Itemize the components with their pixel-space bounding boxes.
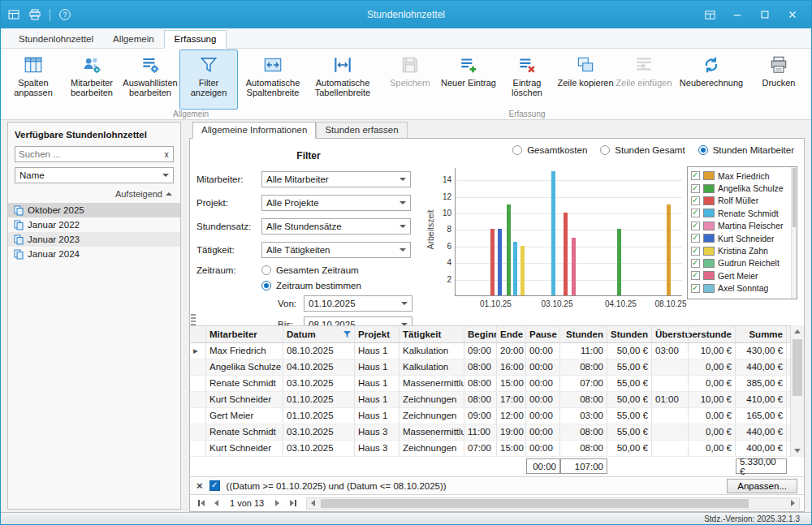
- table-row[interactable]: Kurt Schneider03.10.2025Haus 3Zeichnunge…: [190, 441, 804, 457]
- checkbox-checked-icon[interactable]: [691, 209, 700, 217]
- filter-field-dropdown[interactable]: Alle Tätigkeiten: [261, 242, 411, 258]
- filter-enabled-checkbox[interactable]: [209, 480, 220, 491]
- scroll-up-icon[interactable]: [791, 325, 804, 338]
- list-item[interactable]: Januar 2024: [8, 247, 180, 261]
- list-item[interactable]: Oktober 2025: [8, 203, 180, 217]
- column-header[interactable]: Pause: [526, 326, 560, 342]
- column-header[interactable]: Stunden: [560, 326, 607, 342]
- layout-icon[interactable]: [698, 4, 722, 25]
- column-filter-icon[interactable]: [343, 331, 351, 338]
- checkbox-checked-icon[interactable]: [691, 196, 700, 205]
- auto-spaltenbreite-button[interactable]: Automatische Spaltenbreite: [238, 49, 308, 110]
- table-row[interactable]: Renate Schmidt03.10.2025Haus 3Massenermi…: [190, 424, 804, 441]
- neuberechnung-button[interactable]: Neuberechnung: [676, 49, 746, 110]
- tab-allgemein[interactable]: Allgemein: [103, 31, 164, 48]
- table-row[interactable]: Renate Schmidt03.10.2025Haus 1Massenermi…: [190, 376, 804, 392]
- von-date-dropdown[interactable]: 01.10.2025: [304, 295, 412, 312]
- legend-item[interactable]: Angelika Schulze: [691, 182, 788, 194]
- clear-search-button[interactable]: x: [160, 149, 173, 159]
- checkbox-checked-icon[interactable]: [691, 184, 700, 193]
- list-item[interactable]: Januar 2022: [8, 217, 180, 232]
- neuer-eintrag-button[interactable]: Neuer Eintrag: [439, 49, 498, 110]
- filter-field-dropdown[interactable]: Alle Mitarbeiter: [261, 171, 411, 187]
- tab-stundenlohnzettel[interactable]: Stundenlohnzettel: [9, 31, 103, 48]
- checkbox-checked-icon[interactable]: [691, 271, 700, 280]
- table-row[interactable]: Gert Meier01.10.2025Haus 1Zeichnungen09:…: [190, 408, 804, 424]
- legend-item[interactable]: Kurt Schneider: [691, 232, 788, 244]
- filter-anzeigen-button[interactable]: Filter anzeigen: [179, 49, 238, 110]
- filter-field-dropdown[interactable]: Alle Projekte: [261, 195, 411, 211]
- last-page-button[interactable]: [286, 497, 300, 510]
- column-header[interactable]: Summe: [736, 326, 787, 342]
- table-vertical-scrollbar[interactable]: [790, 325, 804, 457]
- filter-field-dropdown[interactable]: Alle Stundensätze: [261, 218, 411, 235]
- first-page-button[interactable]: [194, 497, 208, 510]
- scroll-right-icon[interactable]: [787, 498, 799, 509]
- table-row[interactable]: ▸Max Friedrich08.10.2025Haus 1Kalkulatio…: [190, 343, 804, 359]
- legend-item[interactable]: Gert Meier: [691, 269, 788, 282]
- column-header[interactable]: Datum: [283, 326, 355, 342]
- legend-scrollbar[interactable]: [791, 167, 797, 299]
- radio-gesamter-zeitraum[interactable]: Gesamten Zeitraum: [261, 265, 361, 275]
- column-header[interactable]: Überstunde: [689, 326, 736, 342]
- column-header[interactable]: Tätigkeit: [400, 326, 464, 342]
- table-scrollbar-thumb[interactable]: [793, 339, 802, 396]
- legend-item[interactable]: Martina Fleischer: [691, 220, 788, 232]
- close-button[interactable]: [780, 4, 805, 25]
- checkbox-checked-icon[interactable]: [691, 234, 700, 243]
- radio-zeitraum-bestimmen[interactable]: Zeitraum bestimmen: [261, 281, 361, 290]
- table-horizontal-scrollbar[interactable]: [306, 497, 800, 510]
- previous-page-button[interactable]: [209, 497, 223, 510]
- minimize-button[interactable]: [725, 4, 749, 25]
- tab-erfassung[interactable]: Erfassung: [164, 30, 227, 49]
- anpassen-button[interactable]: Anpassen...: [727, 479, 797, 493]
- checkbox-checked-icon[interactable]: [691, 222, 700, 230]
- scroll-left-icon[interactable]: [307, 498, 319, 509]
- chart-option[interactable]: Stunden Gesamt: [600, 145, 685, 155]
- checkbox-checked-icon[interactable]: [691, 259, 700, 268]
- next-page-button[interactable]: [270, 497, 284, 510]
- auswahllisten-bearbeiten-button[interactable]: Auswahllisten bearbeiten: [121, 49, 179, 110]
- list-item[interactable]: Januar 2023: [8, 232, 180, 247]
- mitarbeiter-bearbeiten-button[interactable]: Mitarbeiter bearbeiten: [63, 49, 121, 110]
- checkbox-checked-icon[interactable]: [691, 247, 700, 256]
- eintrag-loeschen-button[interactable]: Eintrag löschen: [498, 49, 556, 110]
- sort-order-toggle[interactable]: Aufsteigend: [16, 189, 172, 199]
- legend-item[interactable]: Gudrun Reichelt: [691, 257, 788, 269]
- chart-option[interactable]: Gesamtkosten: [512, 145, 587, 155]
- checkbox-checked-icon[interactable]: [691, 171, 700, 180]
- legend-item[interactable]: Axel Sonntag: [691, 282, 788, 295]
- remove-filter-icon[interactable]: [197, 480, 203, 491]
- legend-scrollbar-thumb[interactable]: [793, 168, 796, 227]
- auto-tabellenbreite-button[interactable]: Automatische Tabellenbreite: [308, 49, 378, 110]
- help-icon[interactable]: ?: [58, 8, 71, 21]
- table-row[interactable]: Kurt Schneider01.10.2025Haus 1Zeichnunge…: [190, 392, 804, 408]
- zeile-kopieren-button[interactable]: Zeile kopieren: [556, 49, 615, 110]
- legend-item[interactable]: Kristina Zahn: [691, 244, 788, 256]
- spalten-anpassen-button[interactable]: Spalten anpassen: [4, 49, 63, 110]
- checkbox-checked-icon[interactable]: [691, 284, 700, 293]
- tab-stunden-erfassen[interactable]: Stunden erfassen: [316, 122, 407, 138]
- speichern-button[interactable]: Speichern: [381, 49, 439, 110]
- column-header[interactable]: Projekt: [355, 326, 400, 342]
- column-header[interactable]: Ende: [497, 326, 526, 342]
- search-input[interactable]: [15, 149, 160, 159]
- maximize-button[interactable]: [753, 4, 777, 25]
- column-header[interactable]: Überstu: [652, 326, 689, 342]
- print-quick-icon[interactable]: [28, 8, 41, 21]
- scroll-down-icon[interactable]: [791, 445, 804, 457]
- column-header[interactable]: Stunden: [607, 326, 652, 342]
- sort-field-dropdown[interactable]: Name: [15, 167, 174, 183]
- hscrollbar-thumb[interactable]: [321, 499, 749, 508]
- drucken-button[interactable]: Drucken: [749, 49, 808, 110]
- legend-item[interactable]: Max Friedrich: [691, 170, 788, 182]
- legend-item[interactable]: Renate Schmidt: [691, 207, 788, 219]
- table-row[interactable]: Angelika Schulze04.10.2025Haus 1Kalkulat…: [190, 359, 804, 376]
- tab-allgemeine-informationen[interactable]: Allgemeine Informationen: [192, 122, 316, 139]
- app-table-icon[interactable]: [7, 8, 20, 21]
- column-header[interactable]: Beginn: [464, 326, 497, 342]
- column-header[interactable]: Mitarbeiter: [206, 326, 283, 342]
- legend-item[interactable]: Rolf Müller: [691, 195, 788, 207]
- zeile-einfuegen-button[interactable]: Zeile einfügen: [615, 49, 673, 110]
- chart-option[interactable]: Stunden Mitarbeiter: [698, 145, 794, 155]
